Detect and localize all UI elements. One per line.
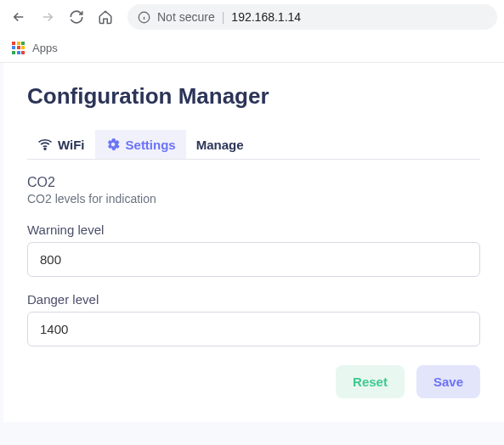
page-title: Configuration Manager	[27, 83, 480, 110]
home-button[interactable]	[93, 5, 117, 29]
reload-button[interactable]	[65, 5, 88, 29]
back-button[interactable]	[7, 5, 31, 29]
security-label: Not secure	[157, 10, 215, 24]
bookmarks-bar: Apps	[0, 34, 504, 63]
warning-label: Warning level	[27, 222, 480, 237]
arrow-left-icon	[11, 9, 26, 25]
tab-bar: WiFi Settings Manage	[27, 130, 480, 160]
tab-wifi[interactable]: WiFi	[27, 130, 95, 159]
gear-icon	[105, 137, 121, 152]
field-warning: Warning level	[27, 222, 480, 277]
info-icon	[138, 11, 150, 24]
warning-input[interactable]	[27, 242, 480, 277]
save-button[interactable]: Save	[416, 365, 480, 398]
wifi-icon	[37, 137, 53, 152]
action-row: Reset Save	[27, 365, 480, 398]
tab-manage-label: Manage	[196, 138, 244, 152]
main-card: Configuration Manager WiFi Settings Mana…	[3, 63, 504, 422]
reload-icon	[69, 9, 84, 25]
reset-button[interactable]: Reset	[336, 365, 405, 398]
forward-button[interactable]	[36, 5, 59, 29]
section-title: CO2	[27, 175, 480, 190]
apps-grid-icon[interactable]	[12, 42, 25, 55]
field-danger: Danger level	[27, 292, 480, 346]
apps-label[interactable]: Apps	[32, 42, 58, 54]
svg-point-3	[44, 148, 46, 149]
url-text: 192.168.1.14	[231, 10, 301, 24]
arrow-right-icon	[40, 9, 55, 25]
home-icon	[98, 9, 113, 25]
url-divider: |	[222, 10, 225, 24]
address-bar[interactable]: Not secure | 192.168.1.14	[127, 4, 497, 30]
section-subtitle: CO2 levels for indication	[27, 192, 480, 206]
danger-input[interactable]	[27, 312, 480, 346]
tab-wifi-label: WiFi	[58, 138, 85, 152]
tab-manage[interactable]: Manage	[186, 131, 254, 159]
danger-label: Danger level	[27, 292, 480, 307]
tab-settings-label: Settings	[126, 138, 176, 152]
browser-toolbar: Not secure | 192.168.1.14	[0, 0, 504, 34]
tab-settings[interactable]: Settings	[95, 130, 186, 159]
